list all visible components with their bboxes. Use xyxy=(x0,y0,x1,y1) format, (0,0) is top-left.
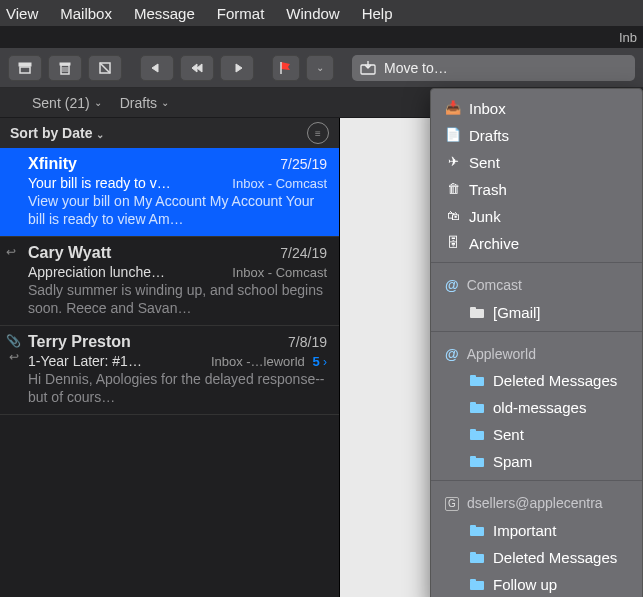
trash-icon xyxy=(57,60,73,76)
folder-icon xyxy=(469,523,485,537)
folder-icon xyxy=(469,428,485,442)
message-date: 7/8/19 xyxy=(288,334,327,350)
message-snippet: Hi Dennis, Apologies for the delayed res… xyxy=(28,371,327,406)
message-sender: Xfinity xyxy=(28,155,77,173)
message-snippet: Sadly summer is winding up, and school b… xyxy=(28,282,327,317)
reply-button[interactable] xyxy=(140,55,174,81)
folder-icon xyxy=(469,577,485,591)
folder-icon xyxy=(469,550,485,564)
dropdown-item[interactable]: Deleted Messages xyxy=(431,367,642,394)
favorite-drafts-label: Drafts xyxy=(120,95,157,111)
dropdown-section-header: Gdsellers@applecentra xyxy=(431,486,642,517)
chevron-down-icon: ⌄ xyxy=(96,129,104,140)
svg-rect-20 xyxy=(470,456,476,459)
svg-rect-3 xyxy=(60,63,70,65)
flag-button[interactable] xyxy=(272,55,300,81)
dropdown-item-label: Sent xyxy=(493,424,524,445)
svg-rect-26 xyxy=(470,579,476,582)
flag-menu-button[interactable]: ⌄ xyxy=(306,55,334,81)
dropdown-item-label: Spam xyxy=(493,451,532,472)
dropdown-item-sent[interactable]: ✈Sent xyxy=(431,149,642,176)
menu-message[interactable]: Message xyxy=(134,5,195,22)
favorite-sent-count: (21) xyxy=(65,95,90,111)
dropdown-item[interactable]: [Gmail] xyxy=(431,299,642,326)
inbox-icon: 📥 xyxy=(445,102,461,116)
forward-button[interactable] xyxy=(220,55,254,81)
drafts-icon: 📄 xyxy=(445,129,461,143)
dropdown-section-header: @Appleworld xyxy=(431,337,642,368)
svg-rect-0 xyxy=(19,63,31,66)
flag-icon xyxy=(278,60,294,76)
svg-rect-13 xyxy=(470,377,484,386)
sort-bar: Sort by Date ⌄ ≡ xyxy=(0,118,339,148)
chevron-right-icon: › xyxy=(320,355,327,369)
dropdown-separator xyxy=(431,331,642,332)
menu-help[interactable]: Help xyxy=(362,5,393,22)
message-subject: Your bill is ready to v… xyxy=(28,175,171,191)
svg-rect-1 xyxy=(20,67,30,73)
message-date: 7/25/19 xyxy=(280,156,327,172)
favorite-sent[interactable]: Sent (21) ⌄ xyxy=(32,95,102,111)
dropdown-item[interactable]: old-messages xyxy=(431,394,642,421)
google-icon: G xyxy=(445,497,459,511)
svg-rect-17 xyxy=(470,431,484,440)
attachment-icon: 📎 xyxy=(6,334,21,348)
chevron-down-icon: ⌄ xyxy=(94,97,102,108)
menu-window[interactable]: Window xyxy=(286,5,339,22)
dropdown-item-inbox[interactable]: 📥Inbox xyxy=(431,95,642,122)
dropdown-item-label: Sent xyxy=(469,152,500,173)
dropdown-item-junk[interactable]: 🛍Junk xyxy=(431,203,642,230)
account-icon: @ xyxy=(445,345,459,365)
junk-icon xyxy=(97,60,113,76)
dropdown-item[interactable]: Deleted Messages xyxy=(431,544,642,571)
junk-icon: 🛍 xyxy=(445,210,461,224)
dropdown-item[interactable]: Important xyxy=(431,517,642,544)
archive-button[interactable] xyxy=(8,55,42,81)
menu-mailbox[interactable]: Mailbox xyxy=(60,5,112,22)
message-row[interactable]: ↩Cary Wyatt7/24/19Appreciation lunche…In… xyxy=(0,237,339,326)
dropdown-item[interactable]: Sent xyxy=(431,421,642,448)
message-row[interactable]: 📎↩Terry Preston7/8/191-Year Later: #1…In… xyxy=(0,326,339,415)
dropdown-item-archive[interactable]: 🗄Archive xyxy=(431,230,642,257)
junk-button[interactable] xyxy=(88,55,122,81)
dropdown-separator xyxy=(431,262,642,263)
svg-rect-16 xyxy=(470,402,476,405)
delete-button[interactable] xyxy=(48,55,82,81)
folder-icon xyxy=(469,374,485,388)
thread-count: 5 xyxy=(309,354,320,369)
svg-rect-14 xyxy=(470,375,476,378)
menu-view[interactable]: View xyxy=(6,5,38,22)
message-row[interactable]: Xfinity7/25/19Your bill is ready to v…In… xyxy=(0,148,339,237)
svg-rect-24 xyxy=(470,552,476,555)
favorite-drafts[interactable]: Drafts ⌄ xyxy=(120,95,169,111)
dropdown-item-label: Deleted Messages xyxy=(493,547,617,568)
dropdown-item-drafts[interactable]: 📄Drafts xyxy=(431,122,642,149)
reply-all-button[interactable] xyxy=(180,55,214,81)
dropdown-item-trash[interactable]: 🗑Trash xyxy=(431,176,642,203)
move-to-button[interactable]: Move to… xyxy=(352,55,635,81)
dropdown-item-label: Important xyxy=(493,520,556,541)
sort-button[interactable]: Sort by Date ⌄ xyxy=(10,125,104,141)
message-sender: Cary Wyatt xyxy=(28,244,111,262)
archive-icon: 🗄 xyxy=(445,237,461,251)
dropdown-item[interactable]: Follow up xyxy=(431,571,642,597)
replied-icon: ↩ xyxy=(6,245,16,259)
dropdown-item-label: Deleted Messages xyxy=(493,370,617,391)
dropdown-item[interactable]: Spam xyxy=(431,448,642,475)
move-to-dropdown: 📥Inbox📄Drafts✈Sent🗑Trash🛍Junk🗄Archive@Co… xyxy=(430,88,643,597)
svg-rect-23 xyxy=(470,554,484,563)
folder-icon xyxy=(469,401,485,415)
filter-icon: ≡ xyxy=(315,128,321,139)
message-sender: Terry Preston xyxy=(28,333,131,351)
account-icon: @ xyxy=(445,276,459,296)
message-indicators: 📎↩ xyxy=(6,334,21,364)
filter-button[interactable]: ≡ xyxy=(307,122,329,144)
menu-format[interactable]: Format xyxy=(217,5,265,22)
dropdown-section-header: @Comcast xyxy=(431,268,642,299)
favorite-sent-label: Sent xyxy=(32,95,61,111)
sort-label: Sort by Date xyxy=(10,125,92,141)
chevron-down-icon: ⌄ xyxy=(316,62,324,73)
message-subject: 1-Year Later: #1… xyxy=(28,353,142,369)
sent-icon: ✈ xyxy=(445,156,461,170)
dropdown-item-label: Drafts xyxy=(469,125,509,146)
